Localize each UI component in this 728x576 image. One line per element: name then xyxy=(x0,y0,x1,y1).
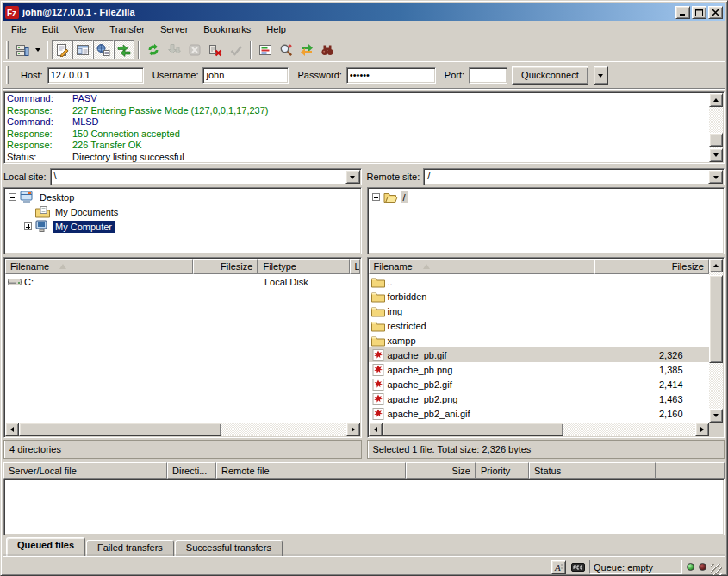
remote-file-row-selected[interactable]: apache_pb.gif 2,326 xyxy=(369,347,710,362)
menu-item-view[interactable]: View xyxy=(66,22,103,36)
scroll-down-button[interactable] xyxy=(709,409,723,423)
tree-item-label[interactable]: My Documents xyxy=(53,206,121,218)
toggle-transfer-queue-button[interactable] xyxy=(114,40,134,59)
file-name: apache_pb2.gif xyxy=(388,379,452,390)
column-header-server-local-file[interactable]: Server/Local file xyxy=(3,462,167,479)
column-header-filesize[interactable]: Filesize xyxy=(193,259,258,274)
remote-site-combo[interactable]: / xyxy=(423,168,725,185)
scroll-thumb[interactable] xyxy=(709,133,723,147)
password-input[interactable] xyxy=(346,67,436,84)
remote-file-row[interactable]: .. xyxy=(369,274,710,289)
remote-horizontal-scrollbar[interactable] xyxy=(369,423,710,436)
username-input[interactable] xyxy=(202,67,289,84)
log-scrollbar[interactable] xyxy=(709,93,723,162)
scroll-down-button[interactable] xyxy=(709,148,723,162)
scroll-up-button[interactable] xyxy=(709,93,723,107)
remote-vertical-scrollbar[interactable] xyxy=(709,259,723,423)
column-header-size[interactable]: Size xyxy=(406,462,476,479)
menu-item-bookmarks[interactable]: Bookmarks xyxy=(196,22,258,36)
tree-item-label[interactable]: My Computer xyxy=(53,221,115,233)
menu-item-edit[interactable]: Edit xyxy=(34,22,66,36)
scrollbar-corner xyxy=(709,423,723,436)
quickconnect-grip[interactable] xyxy=(6,66,9,84)
scroll-thumb[interactable] xyxy=(709,275,723,363)
maximize-button[interactable] xyxy=(692,6,706,19)
password-label: Password: xyxy=(297,70,341,80)
column-header-remote-file[interactable]: Remote file xyxy=(216,462,406,479)
remote-file-row[interactable]: apache_pb2_ani.gif 2,160 xyxy=(369,406,710,421)
scroll-thumb[interactable] xyxy=(383,423,564,436)
tab-queued-files[interactable]: Queued files xyxy=(6,537,85,556)
remote-file-row[interactable]: apache_pb2.png 1,463 xyxy=(369,391,710,406)
column-header-status[interactable]: Status xyxy=(529,462,656,479)
local-site-path[interactable]: \ xyxy=(51,169,345,185)
resize-grip[interactable] xyxy=(711,564,722,575)
scroll-left-button[interactable] xyxy=(369,423,383,436)
close-button[interactable] xyxy=(708,6,723,19)
scroll-right-button[interactable] xyxy=(695,423,709,436)
column-header-truncated[interactable]: L xyxy=(350,259,360,274)
disconnect-button[interactable] xyxy=(205,40,226,59)
quickconnect-dropdown-button[interactable] xyxy=(594,66,608,85)
scroll-right-button[interactable] xyxy=(346,423,360,436)
toolbar-grip[interactable] xyxy=(6,41,9,59)
toggle-remote-tree-button[interactable] xyxy=(93,40,114,59)
tree-item-my-computer[interactable]: My Computer xyxy=(5,219,360,234)
tree-item-root[interactable]: / xyxy=(369,190,724,204)
column-header-filetype[interactable]: Filetype xyxy=(258,259,349,274)
tab-successful-transfers[interactable]: Successful transfers xyxy=(175,540,283,556)
scroll-up-button[interactable] xyxy=(709,259,723,272)
remote-file-row[interactable]: restricted xyxy=(369,318,710,333)
folder-icon xyxy=(371,291,385,303)
remote-site-dropdown-button[interactable] xyxy=(708,170,723,184)
local-site-combo[interactable]: \ xyxy=(50,168,362,185)
directory-filters-button[interactable] xyxy=(255,40,276,59)
reconnect-button[interactable] xyxy=(226,40,246,59)
toggle-local-tree-button[interactable] xyxy=(72,40,93,59)
menu-item-server[interactable]: Server xyxy=(152,22,196,36)
column-header-priority[interactable]: Priority xyxy=(476,462,529,479)
expand-expander-icon[interactable] xyxy=(372,193,380,201)
tree-item-my-documents[interactable]: My Documents xyxy=(5,204,360,219)
remote-file-row[interactable]: apache_pb.png 1,385 xyxy=(369,362,710,377)
collapse-expander-icon[interactable] xyxy=(9,193,16,201)
local-site-dropdown-button[interactable] xyxy=(345,170,360,184)
menu-item-transfer[interactable]: Transfer xyxy=(102,22,152,36)
data-type-indicator-icon[interactable]: A xyxy=(551,560,566,574)
refresh-button[interactable] xyxy=(143,40,164,59)
remote-file-row[interactable]: xampp xyxy=(369,333,710,347)
scroll-left-button[interactable] xyxy=(5,423,19,436)
remote-file-row[interactable]: img xyxy=(369,304,710,318)
tree-item-label[interactable]: / xyxy=(401,191,408,203)
tree-item-desktop[interactable]: Desktop xyxy=(5,190,360,204)
remote-site-path[interactable]: / xyxy=(424,169,707,185)
column-header-filesize[interactable]: Filesize xyxy=(594,259,710,274)
menu-item-help[interactable]: Help xyxy=(258,22,294,36)
directory-comparison-button[interactable] xyxy=(276,40,296,59)
find-files-button[interactable] xyxy=(317,40,338,59)
remote-file-row[interactable]: forbidden xyxy=(369,289,710,304)
process-queue-button[interactable] xyxy=(164,40,184,59)
column-header-filename[interactable]: Filename xyxy=(369,259,594,274)
host-input[interactable] xyxy=(47,67,144,84)
site-manager-dropdown-button[interactable] xyxy=(33,40,43,59)
column-header-direction[interactable]: Directi... xyxy=(167,462,216,479)
expand-expander-icon[interactable] xyxy=(24,222,32,230)
site-manager-button[interactable] xyxy=(12,40,33,59)
remote-file-row[interactable]: apache_pb2.gif 2,414 xyxy=(369,377,710,391)
local-file-row[interactable]: C: Local Disk xyxy=(5,274,360,289)
tab-failed-transfers[interactable]: Failed transfers xyxy=(86,540,174,556)
quickconnect-button[interactable]: Quickconnect xyxy=(512,66,588,85)
minimize-button[interactable] xyxy=(675,6,690,19)
remote-treeview-icon xyxy=(96,43,110,57)
column-header-filename[interactable]: Filename xyxy=(5,259,193,274)
scroll-thumb[interactable] xyxy=(19,423,221,436)
speed-limit-indicator-icon[interactable] xyxy=(570,560,585,574)
local-horizontal-scrollbar[interactable] xyxy=(5,423,360,436)
synchronized-browsing-button[interactable] xyxy=(296,40,317,59)
menu-item-file[interactable]: File xyxy=(3,22,34,36)
tree-item-label[interactable]: Desktop xyxy=(37,191,77,203)
port-input[interactable] xyxy=(469,67,507,84)
toggle-message-log-button[interactable] xyxy=(52,40,72,59)
cancel-operation-button[interactable] xyxy=(184,40,205,59)
